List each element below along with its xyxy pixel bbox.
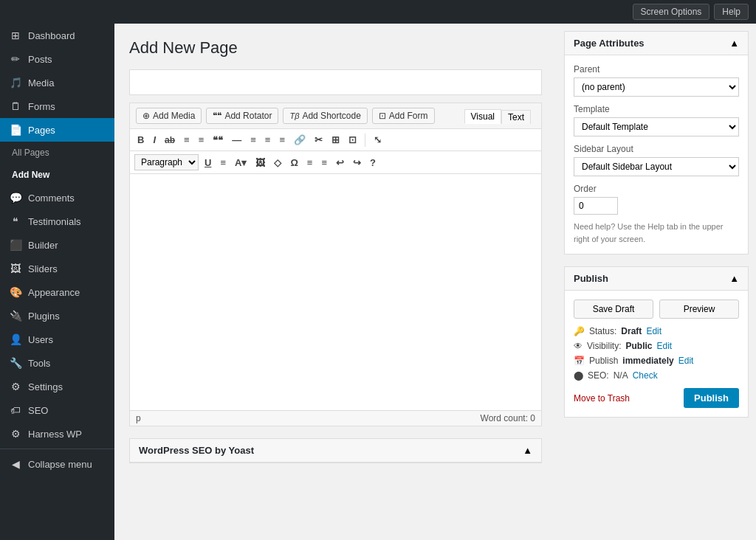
- redo-button[interactable]: ↪: [350, 155, 364, 170]
- page-attributes-body: Parent (no parent) Template Default Temp…: [565, 55, 748, 254]
- seo-status-icon: ⬤: [574, 370, 583, 381]
- seo-check-link[interactable]: Check: [633, 370, 658, 381]
- page-title-input[interactable]: [129, 69, 542, 95]
- strikethrough-button[interactable]: ab: [162, 133, 178, 148]
- sidebar-item-builder[interactable]: ⬛ Builder: [0, 233, 114, 257]
- undo-button[interactable]: ↩: [333, 155, 347, 170]
- sidebar-item-seo[interactable]: 🏷 SEO: [0, 398, 114, 422]
- page-attributes-header[interactable]: Page Attributes ▲: [565, 32, 748, 55]
- visual-tab[interactable]: Visual: [464, 109, 501, 124]
- help-button[interactable]: Help: [714, 4, 749, 20]
- media-icon: 🎵: [9, 77, 22, 89]
- sidebar-item-harness-wp[interactable]: ⚙ Harness WP: [0, 422, 114, 446]
- publish-collapse-icon: ▲: [729, 273, 739, 284]
- order-input[interactable]: [574, 197, 618, 215]
- sidebar-item-media[interactable]: 🎵 Media: [0, 71, 114, 94]
- add-shortcode-icon: Tβ: [289, 111, 299, 120]
- bold-button[interactable]: B: [134, 132, 147, 148]
- sidebar-layout-select[interactable]: Default Sidebar Layout: [574, 157, 739, 176]
- special-chars-button[interactable]: Ω: [287, 155, 300, 170]
- link-button[interactable]: 🔗: [291, 132, 309, 148]
- fullscreen-button[interactable]: ⤡: [371, 132, 385, 148]
- publish-button[interactable]: Publish: [684, 388, 739, 408]
- seo-row-label: SEO:: [588, 370, 609, 381]
- editor-tag: p: [136, 413, 141, 423]
- preview-button[interactable]: Preview: [659, 300, 739, 319]
- sidebar-item-posts[interactable]: ✏ Posts: [0, 47, 114, 71]
- add-media-button[interactable]: ⊕ Add Media: [136, 108, 202, 124]
- collapse-icon: ◀: [9, 458, 22, 470]
- text-color-button[interactable]: A▾: [232, 155, 250, 170]
- sidebar-item-plugins[interactable]: 🔌 Plugins: [0, 304, 114, 328]
- sidebar-item-appearance[interactable]: 🎨 Appearance: [0, 280, 114, 304]
- template-label: Template: [574, 104, 739, 114]
- unlink-button[interactable]: ✂: [312, 132, 326, 148]
- builder-icon: ⬛: [9, 239, 22, 251]
- clear-format-button[interactable]: ◇: [271, 155, 284, 170]
- sliders-icon: 🖼: [9, 263, 22, 274]
- status-icon: 🔑: [574, 326, 585, 336]
- align-left-button[interactable]: ≡: [247, 132, 259, 148]
- move-to-trash-button[interactable]: Move to Trash: [574, 393, 630, 404]
- sidebar-item-sliders[interactable]: 🖼 Sliders: [0, 257, 114, 280]
- justify-button[interactable]: ≡: [217, 155, 229, 170]
- ul-button[interactable]: ≡: [181, 132, 193, 148]
- template-select[interactable]: Default Template: [574, 117, 739, 136]
- save-draft-button[interactable]: Save Draft: [574, 300, 653, 319]
- attributes-help-text: Need help? Use the Help tab in the upper…: [574, 221, 739, 245]
- sidebar-item-all-pages[interactable]: All Pages: [0, 142, 114, 164]
- sidebar-item-tools[interactable]: 🔧 Tools: [0, 351, 114, 375]
- sidebar-item-comments[interactable]: 💬 Comments: [0, 186, 114, 210]
- sidebar-item-testimonials[interactable]: ❝ Testimonials: [0, 210, 114, 233]
- editor-footer: p Word count: 0: [130, 410, 541, 426]
- sidebar-layout-label: Sidebar Layout: [574, 144, 739, 154]
- add-form-icon: ⊡: [379, 111, 386, 121]
- blockquote-button[interactable]: ❝❝: [210, 132, 226, 148]
- status-label: Status:: [589, 326, 616, 336]
- sidebar-item-add-new[interactable]: Add New: [0, 164, 114, 186]
- sidebar-item-dashboard[interactable]: ⊞ Dashboard: [0, 24, 114, 47]
- seo-meta-box-header[interactable]: WordPress SEO by Yoast ▲: [130, 439, 541, 463]
- add-shortcode-button[interactable]: Tβ Add Shortcode: [283, 108, 367, 124]
- wp-more-button[interactable]: ⊡: [346, 132, 360, 148]
- format-select[interactable]: Paragraph: [134, 154, 199, 170]
- align-right-button[interactable]: ≡: [276, 132, 288, 148]
- sidebar-item-settings[interactable]: ⚙ Settings: [0, 375, 114, 398]
- screen-options-button[interactable]: Screen Options: [633, 4, 710, 20]
- help-editor-button[interactable]: ?: [367, 155, 379, 170]
- table-button[interactable]: ⊞: [329, 132, 343, 148]
- publish-time-row: 📅 Publish immediately Edit: [574, 356, 739, 366]
- sidebar-item-forms[interactable]: 🗒 Forms: [0, 94, 114, 118]
- add-form-button[interactable]: ⊡ Add Form: [372, 108, 435, 124]
- add-rotator-button[interactable]: ❝❝ Add Rotator: [206, 108, 278, 124]
- page-attributes-title: Page Attributes: [574, 38, 645, 49]
- editor-body[interactable]: [130, 174, 541, 410]
- sidebar-item-users[interactable]: 👤 Users: [0, 328, 114, 351]
- appearance-icon: 🎨: [9, 286, 22, 298]
- publish-header[interactable]: Publish ▲: [565, 267, 748, 291]
- order-label: Order: [574, 184, 739, 194]
- visibility-edit-link[interactable]: Edit: [656, 341, 672, 351]
- settings-icon: ⚙: [9, 381, 22, 392]
- sidebar-item-collapse[interactable]: ◀ Collapse menu: [0, 452, 114, 476]
- status-edit-link[interactable]: Edit: [646, 326, 662, 336]
- outdent-button[interactable]: ≡: [318, 155, 330, 170]
- indent-button[interactable]: ≡: [304, 155, 316, 170]
- underline-button[interactable]: U: [202, 155, 214, 170]
- align-center-button[interactable]: ≡: [262, 132, 274, 148]
- seo-row: ⬤ SEO: N/A Check: [574, 370, 739, 381]
- right-sidebar: Page Attributes ▲ Parent (no parent) Tem…: [557, 24, 756, 540]
- text-tab[interactable]: Text: [501, 110, 531, 124]
- page-attributes-collapse-icon: ▲: [729, 38, 739, 49]
- toolbar-sep: [365, 134, 365, 147]
- forms-icon: 🗒: [9, 100, 22, 112]
- sidebar-item-pages[interactable]: 📄 Pages: [0, 118, 114, 142]
- ol-button[interactable]: ≡: [196, 132, 207, 148]
- publish-time-edit-link[interactable]: Edit: [678, 356, 694, 366]
- hr-button[interactable]: —: [229, 132, 244, 148]
- italic-button[interactable]: I: [150, 132, 159, 148]
- sidebar-divider: [0, 449, 114, 449]
- media-buttons-row: ⊕ Add Media ❝❝ Add Rotator Tβ Add Shortc…: [130, 103, 541, 129]
- parent-select[interactable]: (no parent): [574, 77, 739, 97]
- paste-text-button[interactable]: 🖼: [252, 155, 268, 170]
